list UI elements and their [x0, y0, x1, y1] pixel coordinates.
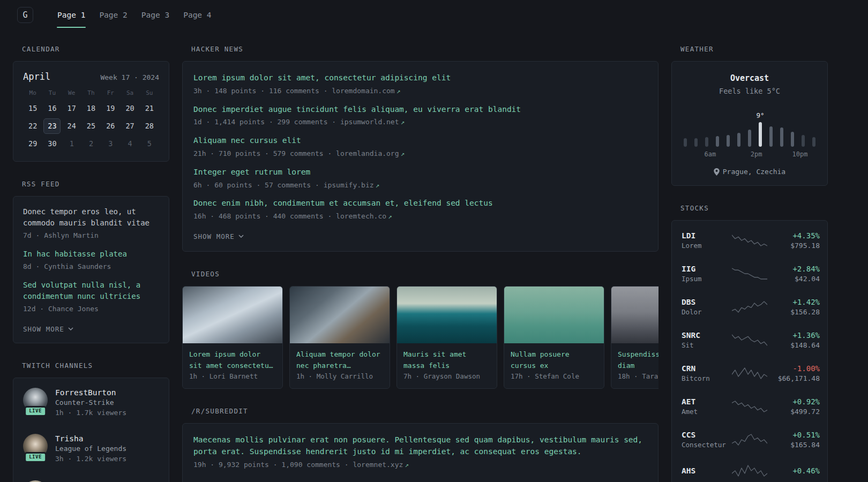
weekday-label: Tu — [42, 89, 62, 96]
stock-price: $795.18 — [790, 242, 820, 250]
weather-bar-slot — [693, 103, 699, 147]
show-more-label: SHOW MORE — [193, 232, 235, 240]
calendar-day: 27 — [120, 118, 139, 134]
stock-change: +0.51% — [792, 431, 820, 439]
hn-item-source-link[interactable]: ipsumify.biz↗ — [324, 181, 379, 189]
stock-symbol: SNRC — [682, 331, 728, 340]
weather-bar — [705, 137, 708, 147]
stock-name: Dolor — [682, 308, 728, 316]
reddit-post-title[interactable]: Maecenas mollis pulvinar erat non posuer… — [193, 434, 647, 458]
page-tab[interactable]: Page 4 — [176, 0, 218, 30]
stock-values: +0.46% — [772, 466, 820, 475]
video-thumbnail — [183, 287, 282, 343]
weekday-label: Mo — [23, 89, 42, 96]
videos-widget-title: VIDEOS — [191, 270, 659, 278]
external-link-icon: ↗ — [376, 181, 380, 189]
twitch-card: LIVE ForrestBurton Counter-Strike 1h · 1… — [13, 378, 169, 482]
weather-bar-slot — [800, 103, 806, 147]
hn-item-source-link[interactable]: loremlandia.org↗ — [336, 149, 405, 157]
rss-card: Donec tempor eros leo, ut commodo mauris… — [13, 196, 169, 343]
calendar-day-grid: 1516171819202122232425262728293012345 — [23, 100, 159, 152]
rss-item: Donec tempor eros leo, ut commodo mauris… — [23, 206, 159, 241]
stock-sparkline — [732, 366, 767, 380]
stock-row[interactable]: CCS Consectetur +0.51% $165.84 — [682, 423, 818, 456]
hn-item-title[interactable]: Donec enim nibh, condimentum et accumsan… — [193, 198, 647, 209]
hn-item-title[interactable]: Lorem ipsum dolor sit amet, consectetur … — [193, 72, 647, 84]
hn-item-title[interactable]: Integer eget rutrum lorem — [193, 167, 647, 178]
subreddit-widget: /R/SUBREDDIT Maecenas mollis pulvinar er… — [182, 407, 659, 482]
weather-location: Prague, Czechia — [723, 168, 785, 176]
video-card[interactable]: Suspendisse diam 18h · Tara — [611, 286, 659, 389]
video-meta: 7h · Grayson Dawson — [403, 372, 480, 380]
video-info: Aliquam tempor dolor nec pharetra… 1h · … — [290, 343, 390, 388]
hn-item-source-link[interactable]: loremtech.co↗ — [336, 212, 392, 220]
calendar-day: 19 — [101, 100, 120, 116]
stock-row[interactable]: DBS Dolor +1.42% $156.28 — [682, 290, 818, 323]
weather-feels-like: Feels like 5°C — [682, 87, 818, 95]
calendar-header: April Week 17 · 2024 — [23, 71, 159, 82]
calendar-widget: CALENDAR April Week 17 · 2024 MoTuWeThFr… — [13, 45, 169, 162]
calendar-day: 28 — [140, 118, 159, 134]
weekday-label: Th — [81, 89, 101, 96]
hn-item-source-link[interactable]: ipsumworld.net↗ — [340, 118, 405, 126]
stock-change: +0.46% — [792, 466, 820, 475]
twitch-channel[interactable]: LIVE Trisha League of Legends 3h · 1.2k … — [23, 434, 159, 464]
weather-time-axis: 6am2pm10pm — [682, 150, 818, 159]
video-card[interactable]: Aliquam tempor dolor nec pharetra… 1h · … — [289, 286, 390, 389]
reddit-post-source-link[interactable]: loremnet.xyz↗ — [353, 461, 408, 469]
external-link-icon: ↗ — [401, 118, 405, 126]
rss-item-title[interactable]: Sed volutpat nulla nisl, a condimentum n… — [23, 280, 159, 302]
twitch-channel[interactable]: LIVE ForrestBurton Counter-Strike 1h · 1… — [23, 388, 159, 418]
page-tabs: Page 1 Page 2 Page 3 Page 4 — [50, 0, 219, 30]
stock-change: +1.42% — [792, 298, 820, 306]
hn-item-source-link[interactable]: loremdomain.com↗ — [332, 87, 400, 95]
stock-row[interactable]: IIG Ipsum +2.84% $42.04 — [682, 257, 818, 290]
stock-id: SNRC Sit — [682, 331, 728, 349]
weekday-label: Fr — [101, 89, 120, 96]
stock-price: $66,171.48 — [778, 374, 820, 382]
video-card[interactable]: Nullam posuere cursus ex 17h · Stefan Co… — [504, 286, 604, 389]
hn-item-meta: 1d · 1,414 points · 299 comments · ipsum… — [193, 117, 647, 127]
stock-name: Lorem — [682, 242, 728, 250]
rss-item-title[interactable]: Donec tempor eros leo, ut commodo mauris… — [23, 206, 159, 229]
weather-bar — [737, 133, 740, 147]
hn-item-title[interactable]: Donec imperdiet augue tincidunt felis al… — [193, 104, 647, 116]
weekday-label: We — [62, 89, 81, 96]
stock-row[interactable]: AHS +0.46% — [682, 456, 818, 482]
hn-item: Lorem ipsum dolor sit amet, consectetur … — [193, 72, 647, 96]
app-logo[interactable]: G — [17, 7, 33, 23]
stock-row[interactable]: AET Amet +0.92% $499.72 — [682, 390, 818, 423]
stock-name: Ipsum — [682, 275, 728, 283]
hn-item-title[interactable]: Aliquam nec cursus elit — [193, 135, 647, 147]
weather-bar-slot — [790, 103, 795, 147]
page-tab[interactable]: Page 2 — [92, 0, 134, 30]
weather-bar — [759, 122, 762, 147]
rss-item-title[interactable]: In hac habitasse platea — [23, 248, 159, 260]
page-tab[interactable]: Page 1 — [50, 0, 92, 30]
stock-change: +4.35% — [792, 231, 820, 240]
stock-row[interactable]: SNRC Sit +1.36% $148.64 — [682, 323, 818, 357]
stock-row[interactable]: CRN Bitcorn -1.00% $66,171.48 — [682, 357, 818, 390]
page-tab[interactable]: Page 3 — [134, 0, 176, 30]
calendar-day: 26 — [101, 118, 120, 134]
calendar-day: 17 — [62, 100, 81, 116]
stock-row[interactable]: LDI Lorem +4.35% $795.18 — [682, 224, 818, 257]
calendar-day: 2 — [81, 135, 101, 152]
stock-values: +2.84% $42.04 — [772, 265, 820, 283]
subreddit-widget-title: /R/SUBREDDIT — [191, 407, 659, 415]
rss-item: Sed volutpat nulla nisl, a condimentum n… — [23, 280, 159, 314]
hn-show-more-button[interactable]: SHOW MORE — [193, 232, 244, 240]
rss-item: In hac habitasse platea 8d · Cynthia Sau… — [23, 248, 159, 272]
weather-bar-slot — [704, 103, 709, 147]
rss-show-more-button[interactable]: SHOW MORE — [23, 325, 73, 333]
stock-symbol: DBS — [682, 298, 728, 306]
video-card[interactable]: Mauris sit amet massa felis 7h · Grayson… — [396, 286, 497, 389]
weekday-label: Sa — [120, 89, 139, 96]
stock-price: $165.84 — [790, 441, 820, 449]
video-info: Mauris sit amet massa felis 7h · Grayson… — [397, 343, 497, 388]
weather-widget-title: WEATHER — [680, 45, 828, 53]
video-card[interactable]: Lorem ipsum dolor sit amet consectetu… 1… — [182, 286, 283, 389]
weather-bar — [791, 132, 794, 147]
weather-bar-slot — [811, 103, 817, 147]
weather-bar-slot — [715, 103, 720, 147]
